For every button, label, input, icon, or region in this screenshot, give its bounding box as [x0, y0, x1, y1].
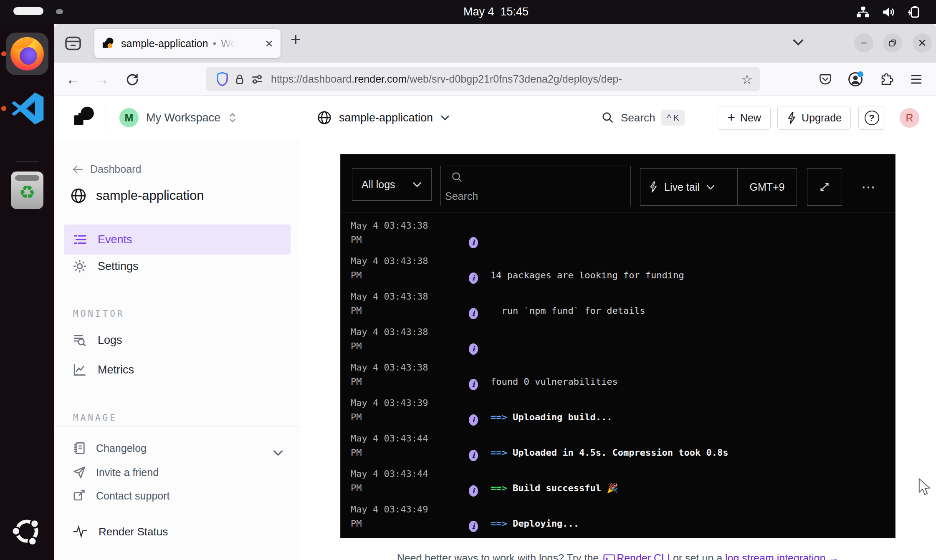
log-row: May 4 03:43:39 PMi==> Uploading build... [351, 393, 855, 429]
log-timestamp: May 4 03:43:38 PM [351, 254, 445, 283]
sidebar-back-to-dashboard[interactable]: Dashboard [73, 163, 141, 175]
trash-lid [15, 175, 39, 181]
log-message: Deploying... [513, 518, 579, 529]
pocket-icon[interactable] [816, 70, 835, 89]
permissions-sliders-icon[interactable] [248, 71, 266, 88]
list-all-tabs-icon[interactable] [792, 38, 804, 46]
ubuntu-logo-icon [9, 513, 45, 549]
timezone-button[interactable]: GMT+9 [738, 181, 797, 193]
browser-tab[interactable]: sample-application • We × [94, 29, 281, 58]
dock: ♻ [0, 24, 54, 560]
expand-diagonal-icon [817, 180, 832, 194]
expand-logs-button[interactable] [807, 168, 842, 206]
extensions-puzzle-icon[interactable] [877, 70, 896, 89]
log-output: May 4 03:43:38 PMiMay 4 03:43:38 PMi14 p… [341, 212, 895, 539]
new-button[interactable]: + New [718, 106, 771, 130]
info-icon: i [469, 414, 478, 426]
logs-label: Logs [98, 334, 122, 347]
vscode-icon [11, 92, 44, 125]
log-timestamp: May 4 03:43:39 PM [351, 396, 445, 424]
log-row: May 4 03:43:44 PMi==> Build successful 🎉 [351, 464, 855, 499]
workspace-avatar: M [119, 108, 139, 127]
log-filter-label: All logs [362, 179, 395, 191]
search-icon [601, 111, 615, 124]
workspace-selector[interactable]: M My Workspace [119, 96, 237, 140]
log-filter-dropdown[interactable]: All logs [352, 168, 432, 201]
url-bar[interactable]: https://dashboard.render.com/web/srv-d0b… [206, 67, 760, 91]
reload-icon[interactable] [123, 70, 142, 89]
render-cli-link[interactable]: Render CLI [617, 552, 670, 560]
info-icon: i [469, 485, 478, 497]
sidebar-item-logs[interactable]: Logs [73, 333, 122, 347]
window-minimize-button[interactable]: − [854, 33, 873, 53]
render-favicon [102, 37, 114, 50]
window-close-button[interactable]: ✕ [913, 33, 932, 53]
url-text[interactable]: https://dashboard.render.com/web/srv-d0b… [271, 73, 737, 85]
sidebar-item-invite[interactable]: Invite a friend [73, 466, 159, 479]
events-list-icon [73, 233, 87, 246]
log-timestamp: May 4 03:43:38 PM [351, 325, 445, 353]
url-prefix: https://dashboard. [271, 73, 354, 85]
tab-close-icon[interactable]: × [265, 37, 273, 50]
log-row: May 4 03:43:38 PMi14 packages are lookin… [351, 251, 855, 287]
dock-firefox-button[interactable] [6, 33, 48, 75]
dock-vscode-button[interactable] [11, 92, 44, 125]
log-stream-link[interactable]: log stream integration → [725, 552, 839, 560]
log-search-input[interactable]: Search [440, 166, 631, 206]
log-timestamp: May 4 03:43:49 PM [351, 502, 445, 531]
search-icon [451, 171, 463, 184]
back-icon[interactable]: ← [63, 70, 83, 89]
forward-icon[interactable]: → [93, 70, 112, 89]
vscode-running-dot [1, 106, 6, 111]
log-timestamp: May 4 03:43:44 PM [351, 467, 445, 495]
firefox-view-icon[interactable] [64, 35, 82, 52]
sidebar-item-render-status[interactable]: Render Status [73, 525, 168, 538]
changelog-chevron-down-icon[interactable] [272, 449, 284, 457]
log-row: May 4 03:43:38 PMifound 0 vulnerabilitie… [351, 358, 855, 393]
help-button[interactable]: ? [858, 106, 885, 130]
bolt-icon [649, 181, 658, 193]
info-icon: i [469, 379, 478, 390]
sidebar-section-manage: MANAGE [73, 413, 117, 423]
bookmark-star-icon[interactable]: ☆ [741, 72, 753, 87]
live-tail-dropdown[interactable]: Live tail [640, 169, 738, 205]
upgrade-button[interactable]: Upgrade [777, 106, 851, 130]
chevron-down-icon [706, 184, 715, 190]
sidebar-item-settings[interactable]: Settings [73, 259, 139, 273]
system-clock[interactable]: May 4 15:45 [425, 0, 567, 24]
hamburger-menu-icon[interactable] [907, 70, 926, 89]
log-toolbar: All logs Search Live tail GMT+9 [341, 154, 895, 212]
volume-icon [882, 6, 895, 18]
window-restore-button[interactable] [883, 33, 902, 53]
global-search-button[interactable]: Search ^ K [601, 96, 685, 140]
dock-show-apps-button[interactable] [9, 513, 45, 549]
service-title: sample-application [96, 188, 204, 203]
service-selector[interactable]: sample-application [317, 96, 450, 140]
system-tray[interactable] [856, 0, 922, 24]
log-more-options-button[interactable]: ⋯ [858, 168, 879, 206]
sidebar-item-metrics[interactable]: Metrics [73, 363, 134, 377]
new-tab-button[interactable]: + [291, 30, 301, 50]
workspace-pill-indicator[interactable] [13, 7, 43, 15]
battery-charging-icon [907, 6, 922, 18]
search-label: Search [621, 111, 655, 124]
live-tail-group: Live tail GMT+9 [640, 168, 797, 206]
render-logo[interactable] [73, 106, 96, 129]
log-arrow-prefix: ==> [491, 412, 513, 422]
account-avatar[interactable]: R [900, 108, 919, 128]
status-pulse-icon [73, 525, 88, 538]
sidebar-item-events[interactable]: Events [64, 225, 291, 255]
log-row: May 4 03:43:44 PMi==> Uploaded in 4.5s. … [351, 429, 855, 464]
workspace-dot-indicator[interactable] [56, 9, 63, 14]
account-icon[interactable] [846, 70, 865, 89]
metrics-chart-icon [73, 363, 87, 377]
lock-icon[interactable] [231, 71, 248, 88]
log-row: May 4 03:43:49 PMi==> Deploying... [351, 499, 855, 535]
log-message: 14 packages are looking for funding [491, 270, 684, 280]
sidebar-item-contact-support[interactable]: Contact support [73, 489, 170, 502]
plus-icon: + [727, 111, 735, 124]
shield-icon[interactable] [213, 71, 231, 88]
sidebar-item-changelog[interactable]: Changelog [73, 441, 147, 455]
dock-trash-button[interactable]: ♻ [11, 172, 43, 209]
info-icon: i [469, 272, 478, 284]
